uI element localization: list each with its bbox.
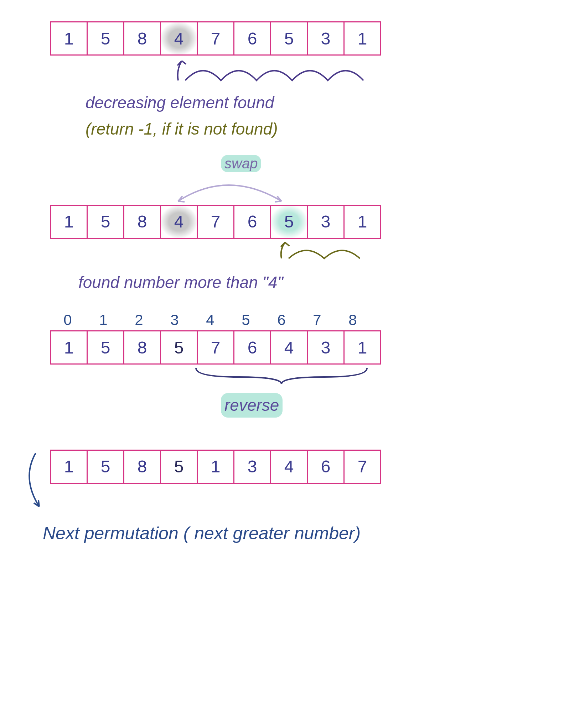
cell: 7 xyxy=(343,450,381,484)
index-row: 0 1 2 3 4 5 6 7 8 xyxy=(50,311,555,329)
reverse-label-container: reverse xyxy=(221,389,555,417)
cell: 1 xyxy=(197,450,233,484)
cell: 6 xyxy=(233,21,270,56)
index-label: 6 xyxy=(264,311,299,329)
cell: 5 xyxy=(87,330,123,365)
cell: 8 xyxy=(123,330,160,365)
cell-swapped: 5 xyxy=(160,450,197,484)
cell: 1 xyxy=(343,330,381,365)
cell-highlight-successor: 5 xyxy=(270,205,307,239)
array-step4: 1 5 8 5 1 3 4 6 7 xyxy=(50,450,381,484)
cell: 1 xyxy=(50,330,87,365)
cell: 5 xyxy=(87,450,123,484)
array-step2: 1 5 8 4 7 6 5 3 1 xyxy=(50,205,555,239)
cell: 3 xyxy=(307,21,343,56)
reverse-label: reverse xyxy=(221,393,283,417)
cell: 3 xyxy=(307,205,343,239)
cell: 8 xyxy=(123,450,160,484)
index-label: 5 xyxy=(228,311,264,329)
cell: 3 xyxy=(307,330,343,365)
cell: 6 xyxy=(233,330,270,365)
cell: 5 xyxy=(87,205,123,239)
cell: 7 xyxy=(197,205,233,239)
scan-left-wave-arrow-small xyxy=(50,239,406,267)
scan-left-wave-arrow xyxy=(50,56,406,88)
index-label: 4 xyxy=(192,311,228,329)
note-next-permutation: Next permutation ( next greater number) xyxy=(43,521,555,546)
index-label: 2 xyxy=(121,311,157,329)
cell-highlight-pivot: 4 xyxy=(160,21,197,56)
cell: 4 xyxy=(270,450,307,484)
index-label: 0 xyxy=(50,311,86,329)
swap-arrow-container: swap xyxy=(50,155,555,205)
array-step1: 1 5 8 4 7 6 5 3 1 xyxy=(50,21,555,56)
cell: 6 xyxy=(233,205,270,239)
cell: 1 xyxy=(343,205,381,239)
cell: 5 xyxy=(87,21,123,56)
cell-highlight-pivot: 4 xyxy=(160,205,197,239)
index-label: 3 xyxy=(157,311,192,329)
cell: 1 xyxy=(50,205,87,239)
cell: 1 xyxy=(50,21,87,56)
cell: 1 xyxy=(343,21,381,56)
cell: 8 xyxy=(123,205,160,239)
cell: 4 xyxy=(270,330,307,365)
index-label: 7 xyxy=(299,311,335,329)
note-decreasing-found: decreasing element found xyxy=(86,91,555,114)
cell: 6 xyxy=(307,450,343,484)
cell: 8 xyxy=(123,21,160,56)
cell: 5 xyxy=(270,21,307,56)
array-step3: 1 5 8 5 7 6 4 3 1 xyxy=(50,330,555,365)
cell: 3 xyxy=(233,450,270,484)
cell: 1 xyxy=(50,450,87,484)
result-arrow xyxy=(14,450,50,514)
index-label: 1 xyxy=(86,311,121,329)
cell: 7 xyxy=(197,330,233,365)
reverse-brace xyxy=(50,365,406,389)
cell: 7 xyxy=(197,21,233,56)
cell-swapped: 5 xyxy=(160,330,197,365)
index-label: 8 xyxy=(335,311,371,329)
note-found-greater: found number more than "4" xyxy=(78,271,555,294)
swap-label: swap xyxy=(221,155,261,172)
note-return-minus-one: (return -1, if it is not found) xyxy=(86,117,555,140)
